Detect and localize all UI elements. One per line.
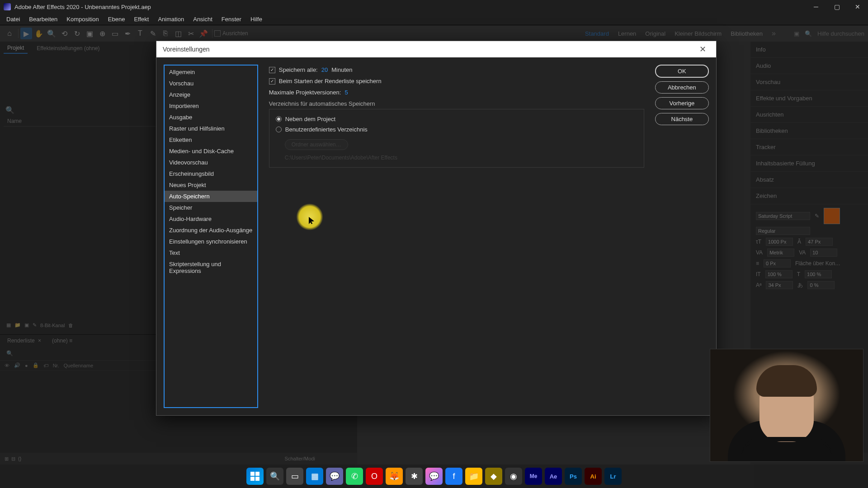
menu-ebene[interactable]: Ebene <box>104 14 130 24</box>
workspace-standard[interactable]: Standard <box>585 30 609 37</box>
bit-depth-label[interactable]: 8-Bit-Kanal <box>40 323 65 328</box>
switches-label[interactable]: Schalter/Modi <box>285 456 315 461</box>
obs-icon[interactable]: ◉ <box>505 468 522 485</box>
workspace-original[interactable]: Original <box>645 30 665 37</box>
panel-absatz[interactable]: Absatz <box>750 172 868 188</box>
search-icon[interactable]: 🔍 <box>5 106 14 114</box>
menu-ansicht[interactable]: Ansicht <box>189 14 217 24</box>
messenger-icon[interactable]: 💬 <box>425 468 443 485</box>
eraser-tool-icon[interactable]: ◫ <box>172 28 184 39</box>
kerning-input[interactable]: Metrik <box>767 249 794 257</box>
home-icon[interactable]: ⌂ <box>4 28 15 39</box>
font-size-input[interactable]: 1000 Px <box>766 238 793 246</box>
close-window-button[interactable]: ✕ <box>847 0 868 14</box>
rotate-tool-icon[interactable]: ↻ <box>71 28 83 39</box>
menu-komposition[interactable]: Komposition <box>62 14 104 24</box>
cancel-button[interactable]: Abbrechen <box>655 81 709 94</box>
speaker-icon[interactable]: 🔊 <box>14 362 20 368</box>
minimize-button[interactable]: ─ <box>806 0 826 14</box>
taskbar-search-icon[interactable]: 🔍 <box>266 468 283 485</box>
label-icon[interactable]: 🏷 <box>43 363 48 368</box>
sidebar-item-importieren[interactable]: Importieren <box>165 100 257 112</box>
firefox-icon[interactable]: 🦊 <box>386 468 403 485</box>
media-encoder-icon[interactable]: Me <box>525 468 542 485</box>
close-icon[interactable]: × <box>38 338 41 344</box>
menu-effekt[interactable]: Effekt <box>129 14 153 24</box>
ok-button[interactable]: OK <box>655 65 709 78</box>
interpret-icon[interactable]: ▦ <box>6 322 11 328</box>
sidebar-item-allgemein[interactable]: Allgemein <box>165 66 257 78</box>
sidebar-item-vorschau[interactable]: Vorschau <box>165 78 257 89</box>
vscale-input[interactable]: 100 % <box>765 270 793 278</box>
baseline-input[interactable]: 34 Px <box>766 281 793 289</box>
search-icon[interactable]: 🔍 <box>6 350 13 357</box>
adjustment-icon[interactable]: ✎ <box>33 322 37 328</box>
sidebar-item-etiketten[interactable]: Etiketten <box>165 134 257 145</box>
tsume-input[interactable]: 0 % <box>807 281 835 289</box>
panel-toggle-icon[interactable]: ▣ <box>794 30 799 37</box>
panel-tracker[interactable]: Tracker <box>750 139 868 155</box>
roto-tool-icon[interactable]: ✂ <box>185 28 197 39</box>
clone-tool-icon[interactable]: ⎘ <box>160 28 171 39</box>
toggle-icon-3[interactable]: {} <box>18 456 21 461</box>
eye-icon[interactable]: 👁 <box>5 363 9 368</box>
sidebar-item-neues-projekt[interactable]: Neues Projekt <box>165 179 257 191</box>
brush-tool-icon[interactable]: ✎ <box>147 28 159 39</box>
font-family-input[interactable]: Saturday Script <box>756 212 810 220</box>
start-button[interactable] <box>246 468 264 485</box>
sidebar-item-speicher[interactable]: Speicher <box>165 202 257 213</box>
solo-icon[interactable]: ● <box>25 363 28 368</box>
tab-projekt[interactable]: Projekt <box>4 43 28 54</box>
panel-zeichen[interactable]: Zeichen <box>750 188 868 204</box>
illustrator-icon[interactable]: Ai <box>585 468 602 485</box>
column-name[interactable]: Name <box>7 118 22 124</box>
opera-icon[interactable]: O <box>366 468 383 485</box>
app-icon[interactable]: ✱ <box>406 468 423 485</box>
widgets-icon[interactable]: ▦ <box>306 468 323 485</box>
lightroom-icon[interactable]: Lr <box>604 468 622 485</box>
font-style-input[interactable]: Regular <box>756 227 810 235</box>
panel-vorschau[interactable]: Vorschau <box>750 74 868 90</box>
workspace-bibliotheken[interactable]: Bibliotheken <box>731 30 763 37</box>
sidebar-item-zuordnung-der-audio-ausg-nge[interactable]: Zuordnung der Audio-Ausgänge <box>165 225 257 236</box>
max-versions-value[interactable]: 5 <box>344 89 348 96</box>
dialog-close-button[interactable]: ✕ <box>696 42 710 56</box>
tab-effekteinstellungen[interactable]: Effekteinstellungen (ohne) <box>33 43 103 53</box>
lock-icon[interactable]: 🔒 <box>33 362 39 368</box>
workspace-kleiner[interactable]: Kleiner Bildschirm <box>675 30 722 37</box>
hscale-input[interactable]: 100 % <box>805 270 832 278</box>
menu-bearbeiten[interactable]: Bearbeiten <box>24 14 62 24</box>
sidebar-item-videovorschau[interactable]: Videovorschau <box>165 157 257 168</box>
save-every-checkbox[interactable] <box>269 67 275 73</box>
workspace-lernen[interactable]: Lernen <box>618 30 636 37</box>
photoshop-icon[interactable]: Ps <box>565 468 582 485</box>
zoom-tool-icon[interactable]: 🔍 <box>46 28 57 39</box>
eyedropper-icon[interactable]: ✎ <box>815 213 819 219</box>
sidebar-item-audio-hardware[interactable]: Audio-Hardware <box>165 213 257 225</box>
sidebar-item-medien-und-disk-cache[interactable]: Medien- und Disk-Cache <box>165 145 257 157</box>
tab-renderliste[interactable]: Renderliste × <box>4 336 45 345</box>
pan-behind-tool-icon[interactable]: ⊕ <box>96 28 108 39</box>
save-every-value[interactable]: 20 <box>321 66 328 73</box>
toggle-icon[interactable]: ⊞ <box>5 456 9 462</box>
sidebar-item-auto-speichern[interactable]: Auto-Speichern <box>165 191 257 202</box>
menu-datei[interactable]: Datei <box>2 14 24 24</box>
selection-tool-icon[interactable]: ▶ <box>20 28 32 39</box>
leading-input[interactable]: 47 Px <box>806 238 833 246</box>
stroke-input[interactable]: 0 Px <box>764 259 791 267</box>
app-icon-2[interactable]: ◆ <box>485 468 502 485</box>
panel-effekte[interactable]: Effekte und Vorgaben <box>750 90 868 107</box>
trash-icon[interactable]: 🗑 <box>68 323 73 328</box>
sidebar-item-ausgabe[interactable]: Ausgabe <box>165 112 257 123</box>
orbit-tool-icon[interactable]: ⟲ <box>58 28 70 39</box>
explorer-icon[interactable]: 📁 <box>465 468 482 485</box>
sidebar-item-text[interactable]: Text <box>165 247 257 258</box>
panel-audio[interactable]: Audio <box>750 58 868 74</box>
panel-fuellung[interactable]: Inhaltsbasierte Füllung <box>750 155 868 172</box>
sidebar-item-erscheinungsbild[interactable]: Erscheinungsbild <box>165 168 257 179</box>
tracking-input[interactable]: 10 <box>810 249 837 257</box>
teams-icon[interactable]: 💬 <box>326 468 343 485</box>
previous-button[interactable]: Vorherige <box>655 97 709 109</box>
panel-ausrichten[interactable]: Ausrichten <box>750 107 868 123</box>
sidebar-item-raster-und-hilfslinien[interactable]: Raster und Hilfslinien <box>165 123 257 134</box>
